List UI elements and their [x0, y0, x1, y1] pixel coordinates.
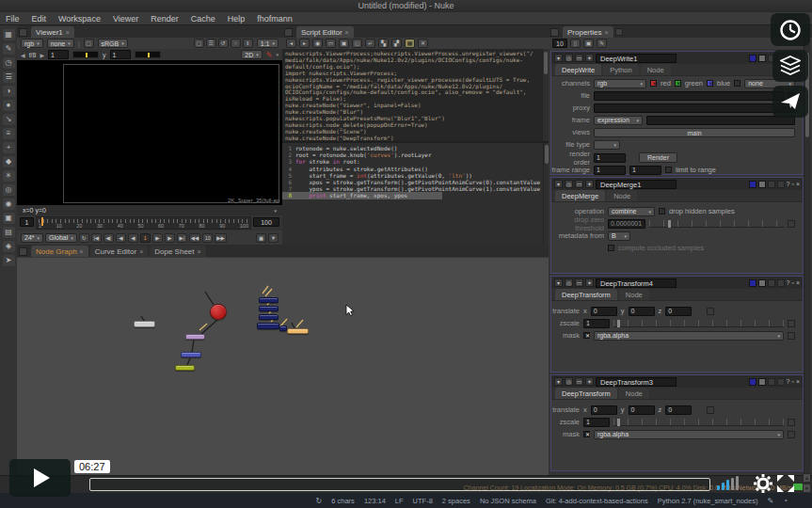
menu-help[interactable]: Help — [228, 14, 246, 24]
next-keyframe-button[interactable]: ▶| — [177, 233, 187, 243]
viewer-viewport[interactable]: 2K_Super_35(full-ap — [17, 60, 282, 205]
render-button[interactable]: Render — [639, 152, 677, 163]
pane-menu-icon[interactable] — [19, 247, 27, 256]
gl-color-swatch[interactable] — [758, 181, 766, 188]
mask-invert-icon[interactable] — [788, 332, 795, 340]
pane-menu-icon[interactable] — [550, 28, 559, 37]
pin-panel-icon[interactable]: ▣ — [583, 39, 594, 48]
volume-icon[interactable] — [717, 474, 739, 490]
metadata-select[interactable]: B▾ — [608, 231, 630, 241]
node-white[interactable] — [134, 321, 155, 327]
max-panels-field[interactable]: 10 — [552, 39, 567, 48]
gl-color-swatch[interactable] — [758, 378, 766, 386]
tab-node[interactable]: Node — [619, 289, 649, 300]
node-color-swatch[interactable] — [749, 378, 756, 386]
tab-deeptransform[interactable]: DeepTransform — [555, 289, 617, 300]
chevron-down-icon[interactable]: ▾ — [274, 208, 277, 214]
timeline-ruler[interactable]: 1102030405060708090100 — [36, 216, 251, 230]
translate-z-field[interactable]: 0 — [665, 405, 692, 415]
status-item[interactable]: LF — [395, 497, 404, 505]
watch-later-button[interactable] — [771, 13, 810, 46]
translate-y-field[interactable]: 0 — [629, 307, 655, 316]
status-item[interactable]: 123:14 — [364, 497, 386, 505]
mask-checkbox[interactable] — [583, 332, 590, 339]
filter-icon[interactable]: ● — [3, 100, 15, 111]
code-line[interactable]: 2root = rotonode.knob('curves').rootLaye… — [282, 151, 543, 158]
mask-channel-select[interactable]: rgba.alpha▾ — [594, 331, 784, 341]
gl-color-swatch[interactable] — [758, 55, 766, 62]
time-icon[interactable]: ◷ — [3, 57, 15, 69]
screengrab-icon[interactable]: ▭ — [575, 54, 583, 62]
gain-wheel[interactable] — [72, 51, 99, 58]
status-item[interactable]: UTF-8 — [413, 497, 433, 505]
zscale-slider[interactable] — [613, 320, 784, 327]
tab-node-graph[interactable]: Node Graph× — [31, 246, 88, 257]
alpha-checkbox[interactable] — [734, 80, 740, 87]
annotate-pen-icon[interactable]: ✎ — [266, 51, 273, 59]
translate-x-field[interactable]: 0 — [591, 405, 617, 415]
timeline-in-field[interactable]: 1 — [20, 217, 34, 227]
load-script-icon[interactable]: ▣ — [339, 39, 349, 48]
gamma-wheel[interactable] — [135, 51, 161, 58]
save-script-icon[interactable]: ◱ — [352, 39, 362, 48]
viewer-mode-select[interactable]: 2D▾ — [241, 50, 262, 59]
range-first-field[interactable]: 1 — [594, 166, 626, 175]
current-frame[interactable]: 1 — [140, 233, 151, 243]
keyer-icon[interactable]: ↘ — [3, 114, 15, 125]
render-order-field[interactable]: 1 — [594, 153, 626, 163]
scroll-down-button[interactable]: ▼ — [803, 484, 811, 493]
screengrab-icon[interactable]: ▭ — [575, 377, 583, 386]
zscale-field[interactable]: 1 — [583, 319, 610, 328]
threshold-field[interactable]: 0.0000001 — [608, 219, 645, 229]
node-color-swatch[interactable] — [749, 279, 756, 287]
play-forward-button[interactable]: ▶ — [165, 233, 175, 243]
translate-y-field[interactable]: 0 — [629, 405, 655, 415]
red-checkbox[interactable] — [650, 80, 657, 87]
tab-properties[interactable]: Properties × — [563, 26, 613, 38]
tab-dope-sheet[interactable]: Dope Sheet× — [150, 246, 205, 257]
flipbook-icon[interactable]: ▼ — [268, 233, 279, 243]
float-panel-icon[interactable]: ▫ — [791, 279, 793, 286]
pane-split-stub[interactable] — [615, 28, 623, 36]
pane-menu-icon[interactable] — [19, 28, 27, 37]
viewer-channels-select[interactable]: rgb▾ — [21, 39, 43, 48]
close-icon[interactable]: × — [796, 378, 800, 385]
code-line[interactable]: 1rotonode = nuke.selectedNode() — [282, 145, 543, 151]
translate-anim-icon[interactable] — [707, 308, 714, 315]
next-script-icon[interactable]: ▸ — [299, 39, 310, 48]
source-script-icon[interactable]: ▭ — [326, 39, 336, 48]
video-seekbar[interactable] — [89, 478, 710, 491]
tab-node[interactable]: Node — [641, 64, 671, 75]
node-deep-small[interactable] — [279, 325, 287, 331]
code-line[interactable]: 3for stroke in root: — [282, 158, 543, 165]
channel-icon[interactable]: ☰ — [3, 71, 15, 83]
node-color-swatch[interactable] — [749, 55, 756, 62]
center-node-icon[interactable]: ◎ — [565, 377, 573, 386]
code-line[interactable]: 5 start_frame = int(attributes.getValue(… — [282, 172, 543, 179]
transform-icon[interactable]: + — [3, 142, 15, 153]
clear-panels-icon[interactable]: ▯ — [570, 39, 581, 48]
gamma-input[interactable]: 1 — [110, 50, 131, 59]
previous-script-icon[interactable]: ◂ — [286, 39, 296, 48]
close-icon[interactable]: × — [198, 248, 201, 255]
menu-render[interactable]: Render — [151, 14, 179, 24]
collapse-icon[interactable]: ▾ — [554, 54, 563, 62]
edit-node-icon[interactable]: ✎ — [597, 39, 607, 48]
step-forward-button[interactable]: ▶ — [152, 233, 163, 243]
tab-node[interactable]: Node — [607, 190, 637, 201]
collections-button[interactable] — [772, 50, 808, 82]
zscale-field[interactable]: 1 — [583, 418, 610, 427]
collapse-icon[interactable]: ▾ — [554, 377, 563, 386]
node-deep-3[interactable] — [259, 314, 279, 320]
threshold-slider[interactable] — [649, 220, 784, 228]
close-icon[interactable]: × — [80, 248, 84, 255]
menu-fhofmann[interactable]: fhofmann — [257, 14, 293, 24]
clear-output-icon[interactable]: ✕ — [418, 39, 428, 48]
occluded-checkbox[interactable] — [608, 245, 614, 251]
draw-icon[interactable]: ✎ — [3, 43, 15, 55]
center-node-icon[interactable]: ◎ — [565, 180, 573, 188]
screengrab-icon[interactable]: ▭ — [575, 180, 583, 188]
zscale-anim-icon[interactable] — [788, 419, 795, 426]
node-graph-canvas[interactable] — [17, 258, 549, 475]
scroll-up-button[interactable]: ▲ — [803, 473, 811, 483]
